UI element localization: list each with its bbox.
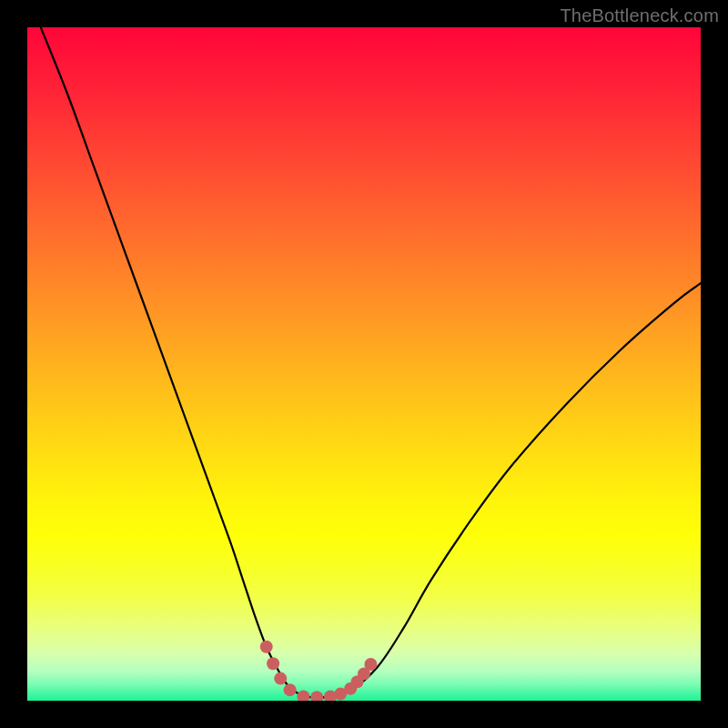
marker-point bbox=[260, 641, 273, 653]
curve-layer bbox=[27, 27, 701, 701]
marker-point bbox=[267, 657, 279, 670]
chart-frame: TheBottleneck.com bbox=[0, 0, 728, 728]
plot-area bbox=[27, 27, 701, 701]
watermark-label: TheBottleneck.com bbox=[560, 5, 719, 26]
bottleneck-curve bbox=[41, 27, 701, 697]
marker-point bbox=[297, 691, 309, 701]
marker-point bbox=[310, 691, 323, 701]
marker-point bbox=[274, 672, 287, 685]
marker-point bbox=[364, 658, 377, 671]
marker-point bbox=[284, 683, 297, 696]
